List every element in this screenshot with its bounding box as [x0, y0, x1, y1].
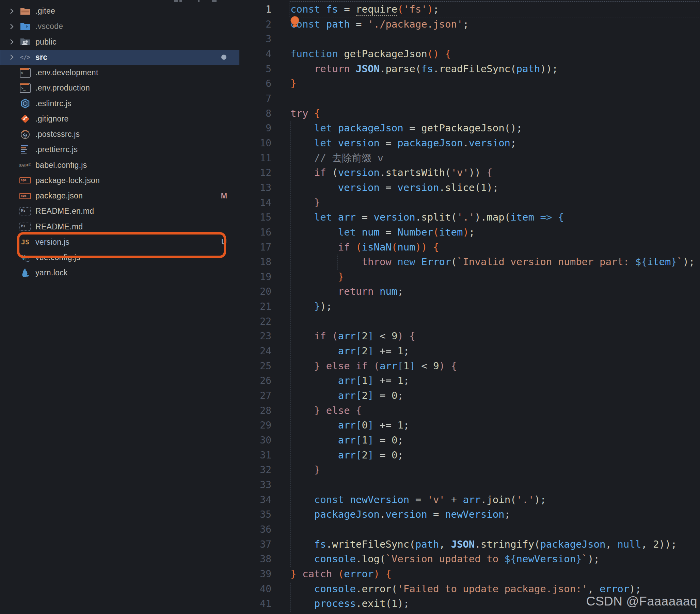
- line-number[interactable]: 12: [239, 165, 271, 180]
- explorer-item-package-json[interactable]: npmpackage.jsonM: [0, 188, 239, 203]
- explorer-item-gitee[interactable]: .gitee: [0, 3, 239, 19]
- line-number[interactable]: 19: [239, 270, 271, 285]
- explorer-item-gitignore[interactable]: .gitignore: [0, 111, 239, 127]
- explorer-item-babel-config-js[interactable]: BABELbabel.config.js: [0, 158, 239, 173]
- explorer-item-yarn-lock[interactable]: yarn.lock: [0, 265, 239, 280]
- explorer-item-src[interactable]: </>src: [0, 50, 239, 65]
- code-line[interactable]: 39} catch (error) {: [239, 567, 700, 582]
- line-number[interactable]: 7: [239, 91, 271, 106]
- code-line[interactable]: 4function getPackageJson() {: [239, 47, 700, 62]
- line-number[interactable]: 24: [239, 344, 271, 359]
- line-number[interactable]: 4: [239, 47, 271, 62]
- code-line[interactable]: 42}: [239, 611, 700, 614]
- code-line[interactable]: 3: [239, 32, 700, 47]
- code-editor[interactable]: 1const fs = require('fs');2const path = …: [239, 0, 700, 614]
- code-line[interactable]: 21 });: [239, 299, 700, 314]
- code-line[interactable]: 28 } else {: [239, 403, 700, 418]
- code-line[interactable]: 17 if (isNaN(num)) {: [239, 240, 700, 255]
- code-line[interactable]: 9 let packageJson = getPackageJson();: [239, 121, 700, 136]
- code-line[interactable]: 34 const newVersion = 'v' + arr.join('.'…: [239, 492, 700, 508]
- explorer-item-env-production[interactable]: >_.env.production: [0, 80, 239, 96]
- code-line[interactable]: 19 }: [239, 270, 700, 285]
- code-line[interactable]: 32 }: [239, 463, 700, 477]
- chevron-right-icon[interactable]: [9, 8, 14, 15]
- code-line[interactable]: 1const fs = require('fs');: [239, 2, 700, 17]
- code-line[interactable]: 11 // 去除前缀 v: [239, 151, 700, 166]
- code-line[interactable]: 22: [239, 314, 700, 329]
- code-line[interactable]: 15 let arr = version.split('.').map(item…: [239, 210, 700, 225]
- code-area[interactable]: 1const fs = require('fs');2const path = …: [239, 2, 700, 614]
- line-number[interactable]: 37: [239, 537, 271, 552]
- explorer-item-eslintrc-js[interactable]: .eslintrc.js: [0, 96, 239, 111]
- line-number[interactable]: 14: [239, 195, 271, 210]
- code-line[interactable]: 13 version = version.slice(1);: [239, 180, 700, 195]
- line-number[interactable]: 38: [239, 552, 271, 567]
- code-line[interactable]: 12 if (version.startsWith('v')) {: [239, 165, 700, 180]
- code-line[interactable]: 38 console.log(`Version updated to ${new…: [239, 552, 700, 567]
- code-line[interactable]: 16 let num = Number(item);: [239, 225, 700, 240]
- line-number[interactable]: 16: [239, 225, 271, 240]
- line-number[interactable]: 30: [239, 433, 271, 448]
- code-line[interactable]: 27 arr[2] = 0;: [239, 388, 700, 403]
- line-number[interactable]: 3: [239, 32, 271, 47]
- code-line[interactable]: 36: [239, 522, 700, 537]
- code-line[interactable]: 8try {: [239, 106, 700, 121]
- line-number[interactable]: 25: [239, 359, 271, 374]
- code-line[interactable]: 35 packageJson.version = newVersion;: [239, 507, 700, 522]
- line-number[interactable]: 17: [239, 240, 271, 255]
- line-number[interactable]: 34: [239, 492, 271, 508]
- line-number[interactable]: 18: [239, 254, 271, 270]
- code-line[interactable]: 5 return JSON.parse(fs.readFileSync(path…: [239, 62, 700, 77]
- code-line[interactable]: 10 let version = packageJson.version;: [239, 136, 700, 151]
- chevron-right-icon[interactable]: [9, 53, 14, 61]
- line-number[interactable]: 11: [239, 151, 271, 166]
- code-line[interactable]: 23 if (arr[2] < 9) {: [239, 329, 700, 344]
- line-number[interactable]: 39: [239, 567, 271, 582]
- line-number[interactable]: 32: [239, 463, 271, 477]
- code-line[interactable]: 2const path = './package.json';: [239, 17, 700, 32]
- line-number[interactable]: 1: [239, 2, 271, 17]
- line-number[interactable]: 2: [239, 17, 271, 32]
- explorer-item-env-development[interactable]: >_.env.development: [0, 65, 239, 80]
- line-number[interactable]: 21: [239, 299, 271, 314]
- code-line[interactable]: 31 arr[2] = 0;: [239, 448, 700, 463]
- line-number[interactable]: 28: [239, 403, 271, 418]
- code-line[interactable]: 6}: [239, 76, 700, 91]
- explorer-item-readme-en-md[interactable]: M↓README.en.md: [0, 203, 239, 219]
- code-line[interactable]: 7: [239, 91, 700, 106]
- code-line[interactable]: 33: [239, 477, 700, 492]
- code-line[interactable]: 26 arr[1] += 1;: [239, 373, 700, 388]
- line-number[interactable]: 20: [239, 284, 271, 299]
- line-number[interactable]: 15: [239, 210, 271, 225]
- line-number[interactable]: 27: [239, 388, 271, 403]
- explorer-item-postcssrc-js[interactable]: .postcssrc.js: [0, 127, 239, 142]
- code-line[interactable]: 25 } else if (arr[1] < 9) {: [239, 359, 700, 374]
- line-number[interactable]: 13: [239, 180, 271, 195]
- line-number[interactable]: 31: [239, 448, 271, 463]
- code-line[interactable]: 29 arr[0] += 1;: [239, 418, 700, 433]
- code-line[interactable]: 24 arr[2] += 1;: [239, 344, 700, 359]
- code-line[interactable]: 30 arr[1] = 0;: [239, 433, 700, 448]
- chevron-right-icon[interactable]: [9, 38, 14, 46]
- line-number[interactable]: 5: [239, 62, 271, 77]
- explorer-item-package-lock-json[interactable]: npmpackage-lock.json: [0, 173, 239, 188]
- code-action-lightbulb-icon[interactable]: [290, 16, 301, 28]
- line-number[interactable]: 33: [239, 477, 271, 492]
- explorer-item-vscode[interactable]: .vscode: [0, 19, 239, 34]
- code-line[interactable]: 18 throw new Error(`Invalid version numb…: [239, 254, 700, 270]
- line-number[interactable]: 22: [239, 314, 271, 329]
- line-number[interactable]: 8: [239, 106, 271, 121]
- line-number[interactable]: 29: [239, 418, 271, 433]
- explorer-item-prettierrc-js[interactable]: .prettierrc.js: [0, 142, 239, 157]
- line-number[interactable]: 26: [239, 373, 271, 388]
- chevron-right-icon[interactable]: [9, 23, 14, 30]
- line-number[interactable]: 35: [239, 507, 271, 522]
- line-number[interactable]: 9: [239, 121, 271, 136]
- line-number[interactable]: 41: [239, 596, 271, 611]
- line-number[interactable]: 40: [239, 582, 271, 597]
- line-number[interactable]: 42: [239, 611, 271, 614]
- code-line[interactable]: 20 return num;: [239, 284, 700, 299]
- explorer-item-public[interactable]: public: [0, 34, 239, 50]
- line-number[interactable]: 36: [239, 522, 271, 537]
- code-line[interactable]: 37 fs.writeFileSync(path, JSON.stringify…: [239, 537, 700, 552]
